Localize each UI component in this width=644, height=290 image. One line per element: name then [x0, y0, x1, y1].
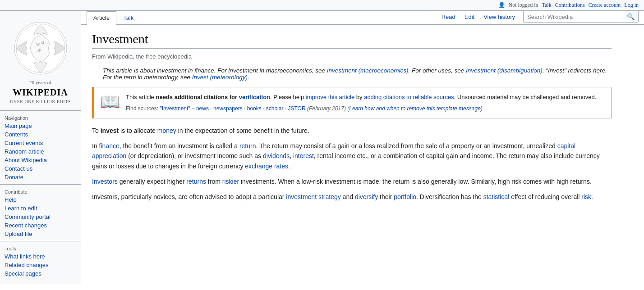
article-para-4: Investors, particularly novices, are oft… — [92, 192, 612, 202]
article-para-1: To invest is to allocate money in the ex… — [92, 126, 612, 136]
citation-box: 📖 This article needs additional citation… — [92, 87, 612, 118]
top-bar: 👤 Not logged in Talk Contributions Creat… — [0, 0, 644, 11]
user-icon: 👤 — [498, 2, 505, 9]
article-para-3: Investors generally expect higher return… — [92, 177, 612, 186]
diversify-link[interactable]: diversify — [355, 193, 378, 200]
contribute-section-title: Contribute — [0, 187, 81, 195]
citation-find: Find sources: "Investment" – news · news… — [126, 104, 605, 113]
riskier-link[interactable]: riskier — [222, 178, 239, 185]
tab-edit[interactable]: Edit — [460, 12, 479, 22]
dividends-link[interactable]: dividends — [263, 152, 290, 159]
sidebar-item-main-page[interactable]: Main page — [0, 122, 81, 130]
tab-view-history[interactable]: View history — [479, 12, 520, 22]
tabs-left: Article Talk — [87, 11, 140, 24]
search-input[interactable] — [524, 12, 623, 22]
finance-link[interactable]: finance — [99, 142, 120, 150]
citation-icon: 📖 — [100, 94, 120, 110]
interest-link[interactable]: interest — [293, 152, 314, 159]
tabs-bar: Article Talk Read Edit View history 🔍 — [81, 11, 644, 25]
return-link[interactable]: return — [239, 142, 256, 150]
sidebar-contribute-section: Contribute Help Learn to edit Community … — [0, 184, 81, 241]
tab-read[interactable]: Read — [437, 12, 460, 22]
investors-link[interactable]: Investors — [92, 178, 118, 185]
citation-source-books[interactable]: books — [247, 105, 262, 112]
citation-verification-link[interactable]: verification — [239, 94, 270, 100]
tab-talk[interactable]: Talk — [116, 11, 140, 25]
svg-text:维: 维 — [37, 49, 41, 53]
contributions-link[interactable]: Contributions — [555, 2, 585, 9]
search-form: 🔍 — [523, 11, 639, 23]
sidebar-item-special-pages[interactable]: Special pages — [0, 269, 81, 278]
sidebar-tools-section: Tools What links here Related changes Sp… — [0, 241, 81, 281]
sidebar-item-community-portal[interactable]: Community portal — [0, 213, 81, 221]
hatnote-link-disambiguation[interactable]: Investment (disambiguation) — [466, 67, 543, 74]
sidebar-item-about-wikipedia[interactable]: About Wikipedia — [0, 156, 81, 164]
sidebar-item-contact-us[interactable]: Contact us — [0, 164, 81, 173]
hatnote-link-macroeconomics[interactable]: Investment (macroeconomics) — [327, 67, 409, 74]
money-link[interactable]: money — [157, 127, 176, 134]
tab-article[interactable]: Article — [87, 11, 116, 25]
citation-source-scholar[interactable]: scholar — [266, 105, 284, 112]
exchange-rates-link[interactable]: exchange rates — [245, 163, 288, 170]
returns-link[interactable]: returns — [186, 178, 206, 185]
citation-main-text: This article needs additional citations … — [126, 94, 596, 100]
talk-link[interactable]: Talk — [542, 2, 552, 9]
log-in-link[interactable]: Log in — [624, 2, 639, 9]
article-title: Investment — [92, 32, 612, 49]
sidebar-item-recent-changes[interactable]: Recent changes — [0, 221, 81, 230]
sidebar-item-learn-to-edit[interactable]: Learn to edit — [0, 204, 81, 213]
citation-source-newspapers[interactable]: newspapers — [213, 105, 243, 112]
risk-link[interactable]: risk — [581, 193, 591, 200]
create-account-link[interactable]: Create account — [589, 2, 621, 9]
citation-source-jstor[interactable]: JSTOR — [288, 105, 305, 112]
sidebar-item-random-article[interactable]: Random article — [0, 147, 81, 156]
sidebar-item-current-events[interactable]: Current events — [0, 139, 81, 147]
article-content: Investment From Wikipedia, the free ency… — [81, 25, 622, 218]
sidebar-logo: W Ω 维 20 years of Wikipedia Over One Bil… — [0, 14, 81, 110]
svg-text:Ω: Ω — [41, 41, 44, 45]
sidebar-item-help[interactable]: Help — [0, 195, 81, 204]
sidebar-item-donate[interactable]: Donate — [0, 173, 81, 181]
citation-text: This article needs additional citations … — [126, 93, 605, 113]
hatnote-link-meteorology[interactable]: Invest (meteorology) — [192, 74, 248, 81]
portfolio-link[interactable]: portfolio — [394, 193, 416, 200]
capital-appreciation-link[interactable]: capital appreciation — [92, 142, 575, 159]
citation-improve-link[interactable]: improve this article — [306, 94, 354, 100]
search-button[interactable]: 🔍 — [623, 11, 638, 22]
sidebar: W Ω 维 20 years of Wikipedia Over One Bil… — [0, 11, 81, 284]
article-para-2: In finance, the benefit from an investme… — [92, 141, 612, 171]
wikipedia-globe-icon: W Ω 维 — [11, 19, 70, 77]
sidebar-logo-text: 20 years of Wikipedia Over One Billion E… — [10, 79, 71, 105]
not-logged-in-text: Not logged in — [509, 2, 538, 9]
sidebar-item-contents[interactable]: Contents — [0, 130, 81, 139]
citation-source-investment[interactable]: "Investment" — [160, 105, 190, 112]
content-wrapper: Article Talk Read Edit View history 🔍 In… — [81, 11, 644, 284]
investment-strategy-link[interactable]: investment strategy — [286, 193, 340, 200]
citation-source-news[interactable]: news — [196, 105, 209, 112]
sidebar-nav-section: Navigation Main page Contents Current ev… — [0, 110, 81, 184]
tools-section-title: Tools — [0, 244, 81, 252]
sidebar-item-what-links-here[interactable]: What links here — [0, 252, 81, 261]
tabs-right: Read Edit View history 🔍 — [437, 11, 639, 24]
citation-adding-link[interactable]: adding citations to reliable sources — [364, 94, 454, 100]
nav-section-title: Navigation — [0, 113, 81, 122]
citation-learn-how-link[interactable]: Learn how and when to remove this templa… — [349, 105, 481, 112]
hatnote: This article is about investment in fina… — [103, 67, 612, 81]
article-subtitle: From Wikipedia, the free encyclopedia — [92, 53, 612, 60]
sidebar-item-related-changes[interactable]: Related changes — [0, 261, 81, 269]
statistical-link[interactable]: statistical — [483, 193, 510, 200]
sidebar-item-upload-file[interactable]: Upload file — [0, 230, 81, 238]
svg-text:W: W — [36, 42, 40, 47]
